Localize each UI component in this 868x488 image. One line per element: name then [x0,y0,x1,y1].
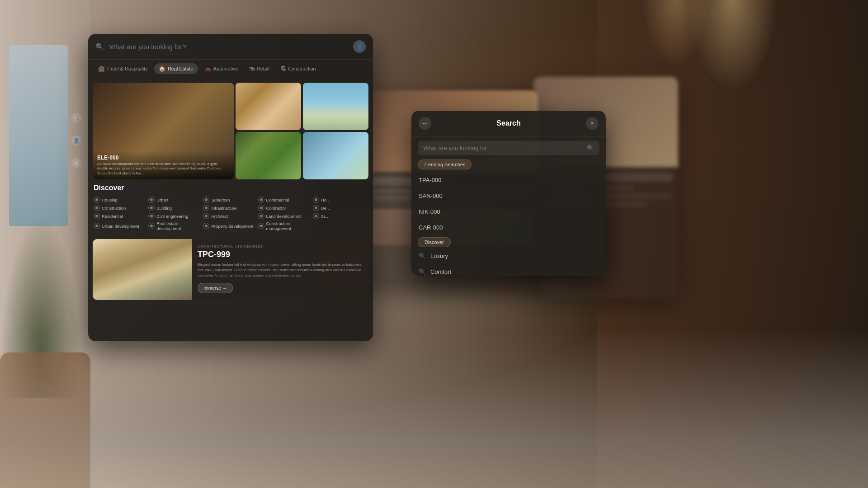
automotive-icon: 🚗 [204,66,211,72]
featured-desc: Elegant rooms feature full-wall windows … [198,262,363,278]
search-panel-input-icon: 🔍 [587,145,594,151]
discover-title: Discover [94,184,368,192]
discover-item-property-dev[interactable]: Property development [203,221,258,231]
image-garden[interactable] [236,132,301,179]
close-button[interactable]: × [586,117,599,130]
discover-item-comfort[interactable]: 🔍 Comfort [411,264,606,276]
discover-dot [313,213,319,219]
tab-real-estate[interactable]: 🏠 Real Estate [154,63,198,74]
discover-label: Architect [211,214,228,219]
user-avatar[interactable]: 👤 [353,40,366,53]
discover-item-urban-development[interactable]: Urban development [94,221,148,231]
discover-label: Ho... [321,197,330,202]
image-main[interactable]: ELE-000 A unique development with the be… [93,83,234,179]
featured-img-inner [93,239,192,300]
discover-item-ho[interactable]: Ho... [313,197,368,203]
discover-label: Residential [102,214,123,219]
immerse-button[interactable]: Immerse → [198,283,233,293]
trending-item-tpa[interactable]: TPA-000 [411,172,606,188]
search-item-icon: 🔍 [419,268,426,275]
discover-item-luxury[interactable]: 🔍 Luxury [411,248,606,264]
discover-item-construction[interactable]: Construction [94,205,148,211]
discover-label: Infrastructure [211,206,236,211]
discover-dot [258,205,264,211]
discover-dot [258,223,264,229]
discover-dot [148,213,155,219]
discover-label: Urban [156,197,168,202]
discover-dot [148,197,155,203]
search-bar: 🔍 👤 [88,34,373,60]
sidebar-settings-icon[interactable]: ⚙ [71,158,81,168]
discover-item-civil-engineering[interactable]: Civil engineering [148,213,203,219]
discover-dot [313,205,319,211]
search-panel: ← Search × 🔍 Trending Searches TPA-000 S… [411,111,606,276]
featured-subtitle: Architectural Visionaries [198,244,363,249]
discover-item-commercial[interactable]: Commercial [258,197,313,203]
search-panel-input[interactable] [423,145,583,151]
search-item-icon: 🔍 [419,253,426,259]
discover-item-si[interactable]: Si... [313,213,368,219]
back-button[interactable]: ← [419,117,431,130]
sidebar-search-icon[interactable]: 🔍 [71,113,81,123]
discover-item-urban[interactable]: Urban [148,197,203,203]
category-tabs: 🏨 Hotel & Hospitality 🏠 Real Estate 🚗 Au… [88,60,373,78]
featured-card: Architectural Visionaries TPC-999 Elegan… [93,239,368,300]
discover-panel-badge: Discover [418,237,451,247]
discover-label: Civil engineering [156,214,188,219]
discover-dot [94,213,100,219]
discover-item-architect[interactable]: Architect [203,213,258,219]
discover-dot [94,223,100,229]
image-grid: ELE-000 A unique development with the be… [88,78,373,179]
discover-label: Real estate development [156,221,203,231]
main-window: 🔍 👤 🏨 Hotel & Hospitality 🏠 Real Estate … [88,34,373,341]
discover-dot [94,197,100,203]
room-floor [0,330,868,488]
discover-label: Suburban [211,197,230,202]
ceiling-light-2 [642,0,710,68]
discover-label: Commercial [266,197,289,202]
search-panel-header: ← Search × [411,111,606,136]
featured-card-image [93,239,192,300]
search-bar-icon: 🔍 [95,42,104,51]
discover-item-real-estate-dev[interactable]: Real estate development [148,221,203,231]
discover-item-housing[interactable]: Housing [94,197,148,203]
room-window [9,45,68,226]
discover-item-suburban[interactable]: Suburban [203,197,258,203]
sidebar-user-icon[interactable]: 👤 [71,136,81,145]
discover-label: Construction [102,206,126,211]
image-room2[interactable] [236,83,301,130]
discover-dot [94,205,100,211]
tab-retail[interactable]: 🛍 Retail [245,63,274,74]
tab-hotel-hospitality[interactable]: 🏨 Hotel & Hospitality [94,63,152,74]
trending-item-nik[interactable]: NIK-000 [411,204,606,220]
tab-construction[interactable]: 🏗 Construction [276,63,321,74]
image-pool[interactable] [303,132,368,179]
discover-dot [203,223,209,229]
image-beach[interactable] [303,83,368,130]
discover-dot [258,197,264,203]
image-main-title: ELE-000 [97,155,229,161]
discover-item-building[interactable]: Building [148,205,203,211]
discover-item-construction-mgmt[interactable]: Construction management [258,221,313,231]
discover-item-residential[interactable]: Residential [94,213,148,219]
image-main-desc: A unique development with the best ameni… [97,162,229,176]
trending-badge: Trending Searches [418,160,472,169]
tab-automotive[interactable]: 🚗 Automotive [200,63,243,74]
search-bar-input[interactable] [109,43,349,51]
sidebar: 🔍 👤 ⚙ [71,113,81,168]
discover-item-infrastructure[interactable]: Infrastructure [203,205,258,211]
discover-item-de[interactable]: De... [313,205,368,211]
discover-label: Construction management [266,221,313,231]
discover-label: Urban development [102,224,139,229]
discover-label: Contractor [266,206,286,211]
discover-dot [203,205,209,211]
trending-item-car[interactable]: CAR-000 [411,220,606,235]
hotel-icon: 🏨 [98,66,105,72]
discover-section: Discover Housing Urban Suburban Commerci… [88,179,373,235]
trending-item-san[interactable]: SAN-000 [411,188,606,204]
discover-item-land-development[interactable]: Land development [258,213,313,219]
featured-card-content: Architectural Visionaries TPC-999 Elegan… [192,239,368,300]
discover-label: Land development [266,214,302,219]
discover-item-contractor[interactable]: Contractor [258,205,313,211]
discover-dot [148,223,155,229]
